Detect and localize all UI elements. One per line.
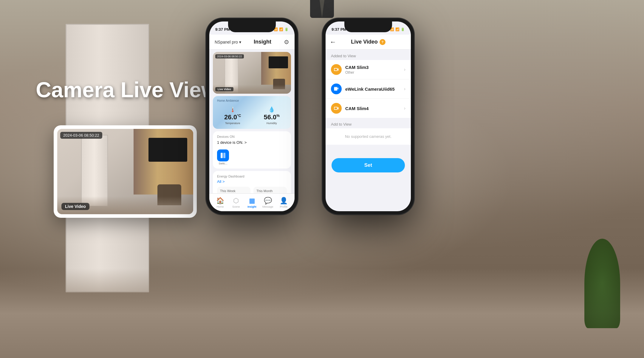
tab-insight[interactable]: ▦ Insight: [244, 197, 260, 208]
phone-insight-shell: 9:37 PM 🔔 📶 📶 🔋 NSpanel pro ▾ Insight ⚙: [206, 18, 298, 215]
settings-icon[interactable]: ⚙: [284, 38, 289, 46]
live-video-title: Live Video: [351, 39, 378, 45]
app-content-left: 2024-03-06 08:50:22 Live Video Home Ambi…: [209, 50, 295, 193]
wifi-icon-r: 📶: [395, 27, 400, 31]
live-video-header: ← Live Video ?: [326, 35, 411, 50]
bg-light: [310, 0, 334, 18]
camera-item-ewelink[interactable]: eWeLink CameraUiid65 ›: [326, 79, 411, 99]
back-button[interactable]: ←: [330, 38, 336, 46]
thermometer-icon: 🌡️: [224, 106, 241, 113]
tab-message-label: Message: [262, 205, 273, 208]
message-icon: 💬: [264, 197, 272, 205]
set-button[interactable]: Set: [332, 158, 405, 172]
switch-icon: [219, 152, 227, 159]
camera-svg-ewelink: [333, 86, 339, 92]
workspace-selector[interactable]: NSpanel pro ▾: [215, 40, 241, 44]
cam-sub-slim3: Other: [345, 70, 404, 75]
live-video-content: Added to View CAM Slim3 Other: [326, 50, 411, 193]
humidity-metric: 💧 56.0% Humidity: [264, 106, 280, 125]
live-preview-inner: 2024-03-06 08:50:22 Live Video: [57, 129, 193, 214]
bg-plant: [584, 239, 620, 328]
phone-live-screen: 9:37 PM 🔔 📶 📶 🔋 ← Live Video ? Added to …: [326, 21, 411, 211]
tab-profile[interactable]: 👤 Profile: [276, 197, 292, 208]
cam-live-badge: Live Video: [215, 87, 233, 91]
wifi-icon: 📶: [279, 27, 283, 31]
tab-insight-label: Insight: [247, 205, 256, 208]
added-to-view-header: Added to View: [326, 50, 411, 60]
camera-item-slim4[interactable]: CAM Slim4 ›: [326, 99, 411, 118]
cam-icon-ewelink: [331, 84, 342, 94]
energy-week-label: This Week: [220, 189, 247, 193]
camera-svg-slim3: [333, 67, 339, 72]
help-icon[interactable]: ?: [380, 39, 386, 45]
energy-section-title: Energy Dashboard: [217, 175, 287, 178]
battery-icon-r: 🔋: [401, 27, 405, 31]
chevron-icon-slim3: ›: [404, 67, 405, 72]
temperature-value: 26.0°C: [224, 113, 241, 121]
phone-notch-right: [344, 21, 392, 32]
app-title-left: Insight: [254, 39, 271, 45]
energy-month-col: This Month ⚡ 0.08 kWh: [253, 187, 287, 193]
status-time-right: 9:37 PM: [332, 27, 346, 32]
app-header-left: NSpanel pro ▾ Insight ⚙: [209, 35, 295, 50]
device-name: Switc...: [217, 162, 229, 165]
chevron-icon-ewelink: ›: [404, 86, 405, 92]
live-preview-card: 2024-03-06 08:50:22 Live Video: [54, 125, 197, 218]
cam-info-ewelink: eWeLink CameraUiid65: [345, 87, 404, 92]
cam-name-slim3: CAM Slim3: [345, 65, 404, 70]
camera-item-slim3[interactable]: CAM Slim3 Other ›: [326, 60, 411, 79]
workspace-name: NSpanel pro: [215, 40, 238, 44]
energy-month-label: This Month: [256, 189, 284, 193]
phone-insight-screen: 9:37 PM 🔔 📶 📶 🔋 NSpanel pro ▾ Insight ⚙: [209, 21, 295, 211]
status-time-left: 9:37 PM: [215, 27, 230, 32]
tab-message[interactable]: 💬 Message: [260, 197, 276, 208]
chevron-icon-slim4: ›: [404, 106, 405, 111]
devices-status[interactable]: 1 device is ON. >: [217, 140, 287, 145]
device-item[interactable]: Switc...: [217, 147, 229, 165]
temperature-metric: 🌡️ 26.0°C Temperature: [224, 106, 241, 125]
add-to-view-header: Add to View: [326, 118, 411, 128]
insight-icon: ▦: [249, 197, 255, 205]
cam-name-slim4: CAM Slim4: [345, 106, 404, 111]
profile-icon: 👤: [280, 197, 288, 205]
preview-datetime: 2024-03-06 08:50:22: [60, 132, 102, 139]
camera-preview-section[interactable]: 2024-03-06 08:50:22 Live Video: [213, 52, 291, 94]
energy-card: Energy Dashboard All > This Week ⚡ 0 kWh…: [213, 171, 291, 193]
no-camera-text: No supported cameras yet.: [326, 128, 411, 145]
temperature-label: Temperature: [224, 122, 241, 125]
devices-section-title: Devices ON: [217, 135, 287, 138]
tab-home[interactable]: 🏠 Home: [212, 197, 228, 208]
phone-live-shell: 9:37 PM 🔔 📶 📶 🔋 ← Live Video ? Added to …: [322, 18, 414, 215]
ambience-label: Home Ambience: [217, 99, 239, 102]
preview-door: [81, 135, 108, 206]
cam-info-slim3: CAM Slim3 Other: [345, 65, 404, 75]
humidity-value: 56.0%: [264, 113, 280, 121]
phone-live-video: 9:37 PM 🔔 📶 📶 🔋 ← Live Video ? Added to …: [322, 18, 414, 215]
chevron-down-icon: ▾: [239, 40, 241, 44]
humidity-icon: 💧: [264, 106, 280, 113]
humidity-label: Humidity: [264, 122, 280, 125]
home-icon: 🏠: [216, 197, 224, 205]
camera-list: CAM Slim3 Other ›: [326, 60, 411, 118]
tab-scene-label: Scene: [232, 205, 240, 208]
energy-week-col: This Week ⚡ 0 kWh: [217, 187, 250, 193]
svg-rect-1: [223, 153, 225, 158]
scene-icon: ⬡: [233, 197, 239, 205]
preview-tv: [148, 138, 187, 162]
tab-scene[interactable]: ⬡ Scene: [228, 197, 244, 208]
ambience-metrics: 🌡️ 26.0°C Temperature 💧 56.0% Humidity: [213, 106, 291, 125]
tab-home-label: Home: [217, 205, 224, 208]
cam-icon-slim4: [331, 103, 342, 114]
cam-info-slim4: CAM Slim4: [345, 106, 404, 111]
cam-icon-slim3: [331, 64, 342, 75]
cam-name-ewelink: eWeLink CameraUiid65: [345, 87, 404, 92]
camera-svg-slim4: [333, 105, 339, 111]
cam-datetime: 2024-03-06 08:50:22: [215, 54, 244, 58]
phone-notch-left: [228, 21, 276, 32]
device-icon: [217, 149, 229, 161]
battery-icon: 🔋: [284, 27, 289, 31]
energy-link[interactable]: All >: [217, 179, 287, 184]
ambience-card: Home Ambience 🌡️ 26.0°C Temperature 💧: [213, 96, 291, 129]
bg-floor: [0, 268, 644, 358]
tab-bar-left: 🏠 Home ⬡ Scene ▦ Insight 💬 Message 👤: [209, 193, 295, 211]
